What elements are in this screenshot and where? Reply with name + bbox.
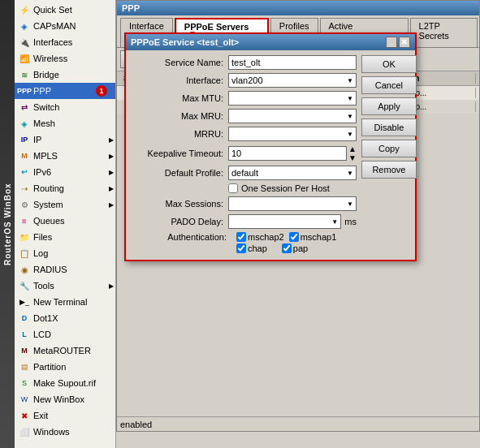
system-arrow: ▶ bbox=[109, 201, 114, 209]
auth-mschap2-check: mschap2 bbox=[236, 232, 284, 242]
log-label: Log bbox=[33, 248, 48, 258]
exit-icon: ✖ bbox=[18, 409, 31, 422]
disable-button[interactable]: Disable bbox=[361, 118, 417, 136]
sidebar-item-mesh[interactable]: ◈ Mesh bbox=[15, 115, 115, 131]
sidebar-item-dot1x[interactable]: D Dot1X bbox=[15, 310, 115, 326]
sidebar-item-new-terminal[interactable]: ▶_ New Terminal bbox=[15, 294, 115, 310]
sidebar-brand: RouterOS WinBox bbox=[0, 0, 15, 448]
copy-label: Copy bbox=[378, 144, 400, 153]
max-mtu-select[interactable]: ▼ bbox=[228, 91, 357, 106]
interface-select-arrow: ▼ bbox=[347, 77, 353, 84]
new-winbox-label: New WinBox bbox=[33, 394, 84, 404]
sidebar-item-bridge[interactable]: ≋ Bridge bbox=[15, 67, 115, 83]
apply-button[interactable]: Apply bbox=[361, 97, 417, 115]
auth-mschap1-checkbox[interactable] bbox=[289, 232, 299, 242]
pado-delay-row: PADO Delay: ▼ ms bbox=[131, 214, 357, 229]
sidebar-item-make-supout[interactable]: S Make Supout.rif bbox=[15, 375, 115, 391]
sidebar-item-files[interactable]: 📁 Files bbox=[15, 229, 115, 245]
log-icon: 📋 bbox=[18, 247, 31, 260]
cancel-button[interactable]: Cancel bbox=[361, 76, 417, 94]
max-sessions-row: Max Sessions: ▼ bbox=[131, 196, 357, 211]
mrru-select[interactable]: ▼ bbox=[228, 127, 357, 141]
tab-interface-label: Interface bbox=[129, 21, 164, 31]
sidebar-item-wireless[interactable]: 📶 Wireless bbox=[15, 50, 115, 67]
make-supout-label: Make Supout.rif bbox=[33, 378, 96, 388]
sidebar-item-tools[interactable]: 🔧 Tools ▶ bbox=[15, 278, 115, 294]
modal-dialog: PPPoE Service <test_olt> _ ✖ Service Nam… bbox=[124, 32, 417, 261]
tools-label: Tools bbox=[33, 281, 54, 291]
keepalive-spinner[interactable]: ▲▼ bbox=[348, 144, 357, 162]
max-sessions-arrow: ▼ bbox=[347, 200, 353, 208]
keepalive-timeout-label: Keepalive Timeout: bbox=[131, 149, 228, 158]
sidebar-item-ipv6[interactable]: ↩ IPv6 ▶ bbox=[15, 164, 115, 180]
modal-title-bar: PPPoE Service <test_olt> _ ✖ bbox=[126, 34, 415, 50]
sidebar-item-log[interactable]: 📋 Log bbox=[15, 245, 115, 261]
one-session-checkbox[interactable] bbox=[228, 183, 238, 193]
service-name-row: Service Name: bbox=[131, 55, 357, 70]
sidebar-item-capsman[interactable]: ◈ CAPsMAN bbox=[15, 18, 115, 34]
interfaces-label: Interfaces bbox=[33, 37, 72, 47]
quick-set-label: Quick Set bbox=[33, 5, 72, 15]
modal-close-button[interactable]: ✖ bbox=[399, 37, 410, 48]
interface-row: Interface: vlan200 ▼ bbox=[131, 73, 357, 88]
sidebar-item-routing[interactable]: ⇢ Routing ▶ bbox=[15, 180, 115, 196]
max-mtu-arrow: ▼ bbox=[347, 95, 353, 102]
sidebar-item-windows[interactable]: ⬜ Windows bbox=[15, 424, 115, 440]
auth-mschap1-label: mschap1 bbox=[301, 232, 337, 242]
interface-select[interactable]: vlan200 ▼ bbox=[228, 73, 357, 88]
auth-chap-check: chap bbox=[236, 243, 267, 253]
interface-label: Interface: bbox=[131, 75, 228, 85]
interfaces-icon: 🔌 bbox=[18, 36, 31, 49]
ipv6-label: IPv6 bbox=[33, 167, 51, 177]
mpls-arrow: ▶ bbox=[109, 153, 114, 160]
sidebar-item-radius[interactable]: ◉ RADIUS bbox=[15, 261, 115, 278]
sidebar-item-mpls[interactable]: M MPLS ▶ bbox=[15, 148, 115, 164]
sidebar-item-ip[interactable]: IP IP ▶ bbox=[15, 131, 115, 148]
sidebar: RouterOS WinBox ⚡ Quick Set ◈ CAPsMAN 🔌 … bbox=[0, 0, 116, 448]
pado-delay-select[interactable]: ▼ bbox=[228, 214, 341, 229]
sidebar-item-ppp[interactable]: PPP PPP 1 bbox=[15, 83, 115, 99]
sidebar-item-switch[interactable]: ⇄ Switch bbox=[15, 99, 115, 115]
sidebar-item-lcd[interactable]: L LCD bbox=[15, 326, 115, 342]
sidebar-item-system[interactable]: ⚙ System ▶ bbox=[15, 196, 115, 213]
routing-label: Routing bbox=[33, 183, 64, 193]
switch-label: Switch bbox=[33, 102, 59, 112]
sidebar-item-queues[interactable]: ≡ Queues bbox=[15, 213, 115, 229]
sidebar-item-exit[interactable]: ✖ Exit bbox=[15, 407, 115, 424]
new-terminal-label: New Terminal bbox=[33, 297, 87, 307]
modal-minimize-button[interactable]: _ bbox=[386, 37, 397, 48]
default-profile-select[interactable]: default ▼ bbox=[228, 166, 357, 180]
exit-label: Exit bbox=[33, 411, 48, 420]
max-sessions-select[interactable]: ▼ bbox=[228, 196, 357, 211]
queues-icon: ≡ bbox=[18, 214, 31, 227]
apply-label: Apply bbox=[378, 101, 400, 111]
tab-l2tp-secrets[interactable]: L2TP Secrets bbox=[410, 18, 478, 47]
mrru-label: MRRU: bbox=[131, 129, 228, 139]
one-session-label: One Session Per Host bbox=[241, 183, 330, 193]
keepalive-timeout-input[interactable] bbox=[228, 146, 347, 161]
auth-chap-checkbox[interactable] bbox=[236, 243, 246, 253]
max-mru-select[interactable]: ▼ bbox=[228, 109, 357, 123]
auth-mschap1-check: mschap1 bbox=[289, 232, 337, 242]
sidebar-item-new-winbox[interactable]: W New WinBox bbox=[15, 391, 115, 407]
switch-icon: ⇄ bbox=[18, 101, 31, 114]
ok-button[interactable]: OK bbox=[361, 55, 417, 73]
default-profile-value: default bbox=[231, 168, 258, 178]
ip-label: IP bbox=[33, 135, 41, 144]
auth-pap-label: pap bbox=[293, 243, 308, 253]
queues-label: Queues bbox=[33, 216, 65, 226]
copy-button[interactable]: Copy bbox=[361, 140, 417, 157]
sidebar-item-metarouter[interactable]: M MetaROUTER bbox=[15, 342, 115, 359]
tools-arrow: ▶ bbox=[109, 282, 114, 290]
remove-button[interactable]: Remove bbox=[361, 161, 417, 179]
auth-pap-checkbox[interactable] bbox=[282, 243, 292, 253]
sidebar-item-interfaces[interactable]: 🔌 Interfaces bbox=[15, 34, 115, 50]
disable-label: Disable bbox=[374, 123, 404, 132]
mpls-icon: M bbox=[18, 149, 31, 162]
partition-label: Partition bbox=[33, 362, 66, 372]
sidebar-item-quick-set[interactable]: ⚡ Quick Set bbox=[15, 2, 115, 18]
sidebar-item-partition[interactable]: ▤ Partition bbox=[15, 359, 115, 375]
service-name-input[interactable] bbox=[228, 55, 357, 70]
sidebar-items: ⚡ Quick Set ◈ CAPsMAN 🔌 Interfaces 📶 Wir… bbox=[15, 0, 115, 440]
auth-mschap2-checkbox[interactable] bbox=[236, 232, 246, 242]
